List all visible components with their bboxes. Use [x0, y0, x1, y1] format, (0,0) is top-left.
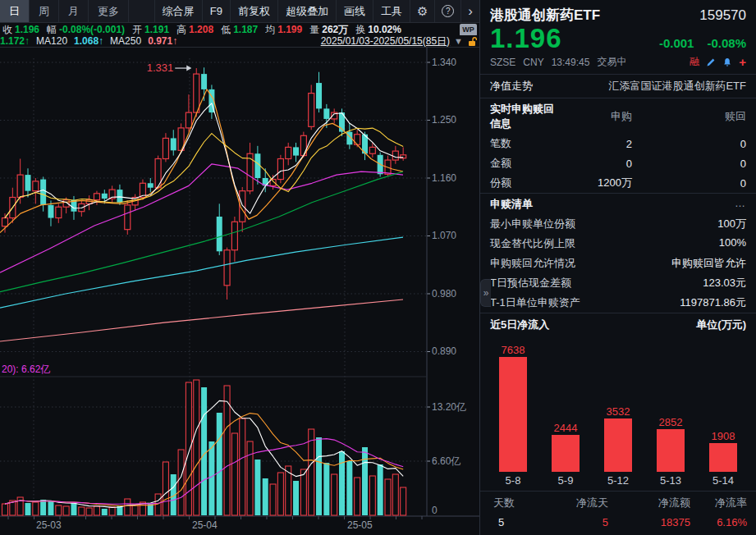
subscription-list-section: 申赎清单 … 最小申赎单位份额100万现金替代比例上限100%申购赎回允许情况申… — [480, 194, 756, 313]
price-change: -0.001 — [659, 36, 694, 50]
price-change-pct: -0.08% — [707, 36, 746, 50]
edit-pencil-icon[interactable] — [706, 57, 716, 67]
rt-section-title: 实时申购赎回信息 — [490, 102, 558, 131]
margin-trading-flag: 融 — [690, 55, 699, 69]
quote-value: -0.08%(-0.001) — [59, 24, 125, 35]
flow-bar — [499, 357, 527, 472]
tab-period-周[interactable]: 周 — [30, 0, 59, 22]
panel-collapse-handle[interactable]: » — [480, 279, 491, 307]
net-inflow-unit: 单位(万元) — [696, 318, 746, 332]
wp-badge-icon[interactable]: WP — [460, 24, 477, 35]
svg-text:0.980: 0.980 — [432, 288, 456, 300]
last-price: 1.196 — [490, 23, 562, 54]
tool-button[interactable]: 前复权 — [230, 0, 277, 22]
tab-period-月[interactable]: 月 — [59, 0, 89, 22]
flow-bar-value: 3532 — [607, 405, 630, 418]
rt-subscribe-value: 2 — [558, 138, 632, 150]
price-volume-chart[interactable]: 1.3401.2501.1601.0700.9800.89013.20亿6.60… — [0, 47, 479, 535]
tool-button[interactable]: 综合屏 — [154, 0, 202, 22]
ma-legend-item: 1.068↑ — [74, 35, 103, 47]
list-row-value: 100% — [719, 236, 746, 251]
svg-text:1.340: 1.340 — [432, 57, 456, 68]
quote-value: 1.191 — [144, 24, 169, 35]
flow-table-rows: 55183756.16%108222177.20%20165783223.59%… — [490, 513, 746, 535]
settings-gear-icon[interactable]: ⚙ — [410, 0, 434, 22]
net-inflow-table: 天数净流天净流额净流率 55183756.16%108222177.20%201… — [480, 492, 756, 535]
tool-button[interactable]: 超级叠加 — [277, 0, 336, 22]
flow-bar-value: 1908 — [712, 430, 735, 442]
rt-rows: 笔数20金额00份额1200万0 — [490, 134, 746, 193]
flow-table-row: 108222177.20% — [490, 531, 746, 535]
alert-bell-icon[interactable] — [722, 57, 732, 67]
svg-text:0: 0 — [432, 505, 438, 516]
rt-redeem-value: 0 — [632, 138, 746, 150]
quote-value: 1.187 — [233, 24, 258, 35]
ma-legend-item: MA250 — [110, 35, 141, 47]
list-row-value: 申购赎回皆允许 — [671, 256, 746, 271]
tool-button[interactable]: 画线 — [336, 0, 373, 22]
rt-subscribe-value: 0 — [558, 158, 632, 170]
list-row-value: 123.03元 — [703, 276, 746, 290]
flow-bar-column: 1908 — [697, 430, 749, 472]
chevron-down-icon[interactable]: ▼ — [454, 36, 463, 46]
svg-text:1.250: 1.250 — [432, 114, 456, 126]
more-ellipsis-button[interactable]: … — [735, 197, 746, 212]
rt-redeem-value: 0 — [632, 158, 746, 170]
svg-text:25-03: 25-03 — [36, 519, 62, 531]
list-row: 现金替代比例上限100% — [490, 234, 746, 254]
date-range-selector[interactable]: 2025/01/03-2025/05/15(85日) — [321, 35, 450, 47]
period-tabs: 日周月更多 — [0, 0, 129, 22]
tab-period-更多[interactable]: 更多 — [89, 0, 129, 22]
rt-redeem-value: 0 — [632, 177, 746, 190]
toolbar-spacer — [129, 0, 154, 22]
tab-period-日[interactable]: 日 — [0, 0, 30, 22]
svg-text:1.160: 1.160 — [432, 172, 456, 184]
nav-label: 净值走势 — [490, 79, 533, 94]
quote-values: 收1.196幅-0.08%(-0.001)开1.191高1.208低1.187均… — [2, 24, 409, 35]
flow-bar-date: 5-14 — [697, 474, 749, 487]
rt-row-label: 份额 — [490, 176, 558, 190]
flow-bar-column: 3532 — [592, 405, 644, 472]
quote-item: 幅-0.08%(-0.001) — [47, 24, 125, 35]
flow-net-amount-cell: 18375 — [608, 516, 690, 528]
ma-legend-row: 1.172↑MA1201.068↑MA2500.971↑ 2025/01/03-… — [0, 35, 479, 47]
quote-value: 10.02% — [368, 24, 401, 35]
quote-label: 换 — [355, 24, 365, 35]
quote-item: 均1.199 — [265, 24, 302, 35]
realtime-subscription-section: 实时申购赎回信息 申购 赎回 笔数20金额00份额1200万0 — [480, 98, 756, 193]
rt-subscribe-value: 1200万 — [558, 176, 632, 190]
nav-value-row[interactable]: 净值走势 汇添富国证港股通创新药ETF — [480, 75, 756, 98]
flow-bar — [709, 443, 737, 472]
panel-header: 港股通创新药ETF 159570 1.196 -0.001 -0.08% SZS… — [480, 0, 756, 74]
list-row-label: 申购赎回允许情况 — [490, 256, 575, 271]
flow-table-header-cell: 净流率 — [690, 496, 747, 510]
net-inflow-header: 近5日净流入 单位(万元) — [480, 313, 756, 332]
flow-bar-date: 5-13 — [644, 474, 697, 487]
svg-text:1.070: 1.070 — [432, 230, 456, 241]
flow-table-header-cell: 净流天 — [539, 496, 608, 510]
quote-label: 幅 — [47, 24, 57, 35]
quote-value: 1.196 — [15, 24, 39, 35]
add-to-watchlist-icon[interactable]: + — [739, 56, 746, 68]
quote-item: 高1.208 — [176, 24, 213, 35]
unlock-icon[interactable] — [467, 36, 477, 47]
exchange-label: SZSE — [490, 57, 515, 68]
tool-button[interactable]: F9 — [202, 0, 230, 22]
tool-button[interactable]: 工具 — [373, 0, 410, 22]
ma-legend-item: MA120 — [36, 35, 67, 47]
svg-text:13.20亿: 13.20亿 — [432, 401, 466, 413]
list-row-value: 100万 — [717, 217, 746, 231]
rt-row: 份额1200万0 — [490, 173, 746, 193]
list-row: T-1日单位申赎资产1197871.86元 — [490, 293, 746, 313]
help-icon[interactable]: ? — [434, 0, 460, 22]
quote-item: 量262万 — [309, 24, 348, 35]
flow-bar-column: 2444 — [539, 422, 592, 472]
expand-chevron-icon[interactable]: › — [460, 0, 479, 22]
toolbar-tools: 综合屏F9前复权超级叠加画线工具 — [154, 0, 410, 22]
flow-bar-date: 5-9 — [539, 474, 592, 487]
quote-item: 低1.187 — [221, 24, 258, 35]
svg-text:20): 6.62亿: 20): 6.62亿 — [2, 364, 50, 375]
quote-value: 262万 — [322, 24, 348, 35]
quote-item: 开1.191 — [132, 24, 169, 35]
net-inflow-bar-chart: 76382444353228521908 — [480, 332, 756, 472]
